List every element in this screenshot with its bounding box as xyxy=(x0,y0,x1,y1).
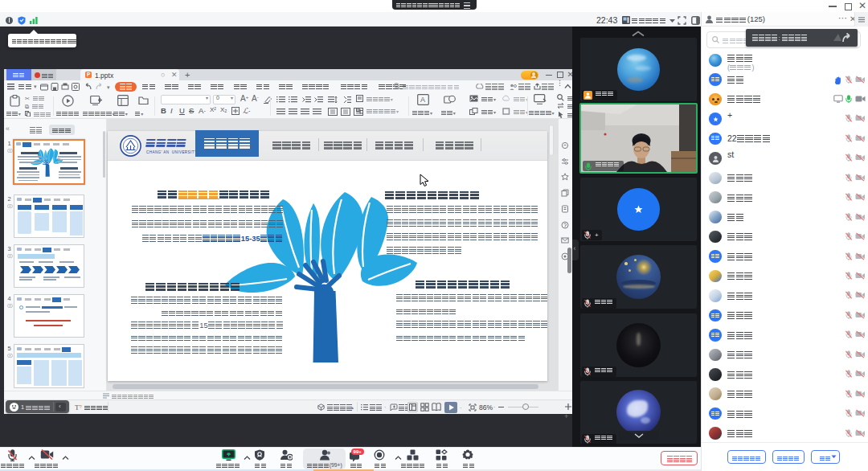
svg-text:?: ? xyxy=(80,404,83,409)
svg-text:A: A xyxy=(420,96,425,104)
